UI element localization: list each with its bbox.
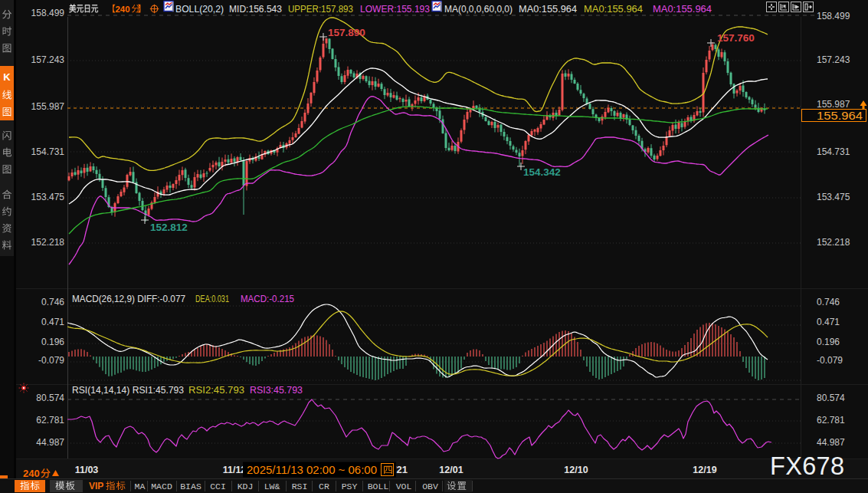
svg-text:44.987: 44.987 bbox=[36, 437, 64, 448]
svg-text:80.574: 80.574 bbox=[817, 393, 845, 403]
svg-text:MID:156.543: MID:156.543 bbox=[229, 4, 282, 15]
svg-text:VIP: VIP bbox=[89, 481, 103, 491]
svg-text:11/03: 11/03 bbox=[75, 465, 99, 475]
svg-text:0.196: 0.196 bbox=[817, 337, 840, 347]
svg-text:44.987: 44.987 bbox=[817, 437, 845, 448]
svg-text:OBV: OBV bbox=[422, 481, 438, 491]
svg-text:0.471: 0.471 bbox=[817, 317, 840, 327]
svg-text:152.218: 152.218 bbox=[817, 237, 850, 248]
svg-text:RSI2:45.793: RSI2:45.793 bbox=[188, 385, 244, 396]
svg-text:0.196: 0.196 bbox=[41, 337, 64, 347]
svg-text:153.475: 153.475 bbox=[31, 192, 65, 202]
svg-text:11/12: 11/12 bbox=[223, 465, 247, 475]
svg-text:154.731: 154.731 bbox=[31, 146, 65, 157]
svg-text:RSI3:45.793: RSI3:45.793 bbox=[250, 385, 303, 396]
svg-text:12/01: 12/01 bbox=[439, 465, 463, 475]
svg-text:-0.079: -0.079 bbox=[38, 355, 64, 366]
svg-text:153.475: 153.475 bbox=[817, 192, 850, 202]
svg-text:154.731: 154.731 bbox=[817, 146, 850, 157]
svg-text:-0.079: -0.079 bbox=[817, 355, 843, 366]
svg-text:154.342: 154.342 bbox=[523, 166, 561, 178]
svg-text:LW&: LW& bbox=[264, 481, 280, 491]
svg-text:DEA:0.031: DEA:0.031 bbox=[195, 294, 229, 304]
svg-text:157.243: 157.243 bbox=[31, 54, 65, 65]
svg-text:MACD(26,12,9) DIFF:-0.077: MACD(26,12,9) DIFF:-0.077 bbox=[72, 294, 185, 304]
svg-text:BOLL(20,2): BOLL(20,2) bbox=[175, 4, 224, 15]
svg-text:12/19: 12/19 bbox=[693, 465, 716, 475]
svg-text:62.781: 62.781 bbox=[817, 415, 845, 426]
svg-text:157.243: 157.243 bbox=[817, 54, 850, 65]
svg-text:158.499: 158.499 bbox=[31, 8, 65, 18]
svg-text:UPPER:157.893: UPPER:157.893 bbox=[288, 4, 353, 15]
svg-text:0.471: 0.471 bbox=[41, 317, 64, 327]
svg-text:158.499: 158.499 bbox=[817, 11, 850, 21]
svg-text:VOL: VOL bbox=[396, 481, 412, 491]
svg-text:62.781: 62.781 bbox=[36, 415, 64, 426]
svg-text:155.964: 155.964 bbox=[817, 110, 863, 122]
svg-text:K: K bbox=[3, 71, 11, 83]
svg-text:157.890: 157.890 bbox=[328, 27, 365, 38]
svg-text:0.746: 0.746 bbox=[41, 297, 64, 307]
svg-text:CR: CR bbox=[319, 481, 329, 491]
svg-text:BOLL: BOLL bbox=[368, 481, 389, 491]
svg-text:KDJ: KDJ bbox=[237, 481, 254, 491]
svg-text:MA(0,0,0,60,0,0): MA(0,0,0,60,0,0) bbox=[444, 4, 513, 15]
svg-text:MACD: MACD bbox=[151, 481, 172, 491]
svg-text:MA0:155.964: MA0:155.964 bbox=[519, 4, 577, 15]
svg-text:MACD:-0.215: MACD:-0.215 bbox=[241, 294, 294, 304]
svg-text:155.987: 155.987 bbox=[31, 101, 65, 112]
svg-text:MA0:155.964: MA0:155.964 bbox=[653, 4, 712, 15]
svg-text:80.574: 80.574 bbox=[36, 393, 64, 403]
svg-text:MA: MA bbox=[135, 481, 146, 491]
svg-text:2025/11/13 02:00 ~ 06:00: 2025/11/13 02:00 ~ 06:00 bbox=[247, 465, 377, 476]
svg-text:RSI: RSI bbox=[292, 481, 308, 491]
svg-text:152.218: 152.218 bbox=[31, 237, 65, 248]
svg-text:0.746: 0.746 bbox=[817, 297, 840, 307]
svg-text:MA0:155.964: MA0:155.964 bbox=[584, 4, 643, 15]
svg-text:155.987: 155.987 bbox=[817, 99, 850, 110]
svg-text:240: 240 bbox=[116, 5, 130, 14]
svg-text:157.760: 157.760 bbox=[717, 32, 755, 44]
svg-text:240: 240 bbox=[23, 468, 40, 479]
svg-text:PSY: PSY bbox=[342, 481, 358, 491]
svg-text:12/10: 12/10 bbox=[564, 465, 588, 475]
svg-text:FX678: FX678 bbox=[770, 452, 844, 480]
svg-text:152.812: 152.812 bbox=[150, 222, 188, 233]
svg-text:RSI(14,14,14) RSI1:45.793: RSI(14,14,14) RSI1:45.793 bbox=[72, 385, 184, 396]
svg-text:CCI: CCI bbox=[210, 481, 226, 491]
svg-text:BIAS: BIAS bbox=[180, 481, 201, 491]
svg-text:LOWER:155.193: LOWER:155.193 bbox=[360, 4, 430, 15]
